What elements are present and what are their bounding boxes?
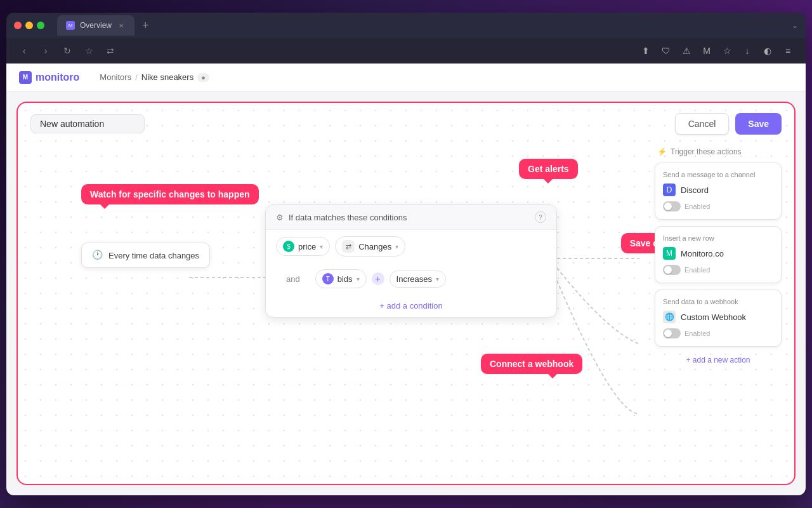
- add-action-button[interactable]: + add a new action: [655, 353, 782, 367]
- webhook-toggle-row: Enabled: [663, 328, 773, 338]
- logo: M monitoro: [19, 71, 79, 84]
- clock-icon: 🕐: [92, 250, 103, 261]
- actions-header: ⚡ Trigger these actions: [655, 147, 782, 156]
- operator-increases-label: Increases: [396, 274, 432, 284]
- filter-icon: ⚙: [276, 213, 284, 222]
- breadcrumb-home[interactable]: Monitors: [100, 72, 131, 82]
- condition-header: ⚙ If data matches these conditions ?: [266, 205, 556, 230]
- callout-alerts-text: Get alerts: [528, 164, 569, 174]
- page-content: M monitoro Monitors / Nike sneakers ● Ca…: [6, 64, 806, 495]
- field-price-pill[interactable]: $ price ▾: [276, 237, 330, 256]
- field-price-label: price: [298, 242, 316, 251]
- actions-header-label: Trigger these actions: [671, 147, 742, 156]
- condition-header-text: If data matches these conditions: [289, 213, 407, 222]
- monitoro-toggle[interactable]: [663, 265, 681, 275]
- discord-icon: D: [663, 184, 676, 196]
- bookmark-button[interactable]: ☆: [81, 43, 96, 58]
- operator-changes-pill[interactable]: ⇄ Changes ▾: [335, 236, 405, 257]
- action-card-monitoro: Insert a new row M Monitoro.co Enabled: [655, 226, 782, 283]
- action-discord-name: Discord: [681, 185, 709, 195]
- action-card-discord-item[interactable]: D Discord: [663, 184, 773, 196]
- action-card-discord-title: Send a message to a channel: [663, 171, 773, 178]
- close-window-button[interactable]: [14, 22, 22, 29]
- brave-shield-icon[interactable]: 🛡: [658, 43, 674, 58]
- operator-changes-label: Changes: [358, 242, 391, 251]
- help-icon: ?: [539, 214, 542, 221]
- callout-webhook: Connect a webhook: [481, 354, 582, 374]
- save-button[interactable]: Save: [735, 113, 782, 135]
- action-card-monitoro-title: Insert a new row: [663, 234, 773, 242]
- warning-icon[interactable]: ⚠: [679, 43, 694, 58]
- reload-button[interactable]: ↻: [60, 43, 75, 58]
- add-condition-button[interactable]: + add a condition: [266, 295, 556, 317]
- active-tab[interactable]: M Overview ✕: [57, 15, 134, 36]
- share-icon[interactable]: ⬆: [638, 43, 653, 58]
- breadcrumb: Monitors / Nike sneakers ●: [100, 72, 209, 82]
- traffic-lights: [14, 22, 44, 29]
- cancel-button[interactable]: Cancel: [675, 113, 730, 135]
- pill-chevron-4: ▾: [436, 276, 439, 283]
- pill-chevron-2: ▾: [395, 243, 398, 250]
- action-card-monitoro-item[interactable]: M Monitoro.co: [663, 247, 773, 260]
- condition-row-2: and T bids ▾ + Increases ▾: [266, 263, 556, 295]
- extension-icon-1[interactable]: M: [699, 43, 714, 58]
- forward-button[interactable]: ›: [38, 43, 53, 58]
- callout-watch: Watch for specific changes to happen: [81, 184, 259, 204]
- extension-icon-3[interactable]: ↓: [740, 43, 755, 58]
- automation-canvas: Watch for specific changes to happen 🕐 E…: [18, 141, 794, 484]
- tab-bar: M Overview ✕ + ⌄: [57, 15, 798, 36]
- add-action-label: + add a new action: [686, 356, 750, 364]
- discord-toggle-knob: [664, 203, 672, 210]
- automation-title-input[interactable]: [30, 114, 145, 133]
- breadcrumb-current[interactable]: Nike sneakers: [141, 72, 193, 82]
- condition-box: ⚙ If data matches these conditions ? $: [265, 204, 557, 318]
- panel-actions: Cancel Save: [675, 113, 782, 135]
- logo-text: monitoro: [36, 72, 79, 83]
- maximize-window-button[interactable]: [37, 22, 44, 29]
- plus-icon: +: [372, 272, 384, 285]
- action-monitoro-name: Monitoro.co: [681, 249, 724, 258]
- shuffle-icon: ⇄: [342, 240, 355, 253]
- panel-header: Cancel Save: [18, 103, 794, 145]
- condition-row-1: $ price ▾ ⇄ Changes ▾: [266, 230, 556, 263]
- operator-increases-pill[interactable]: Increases ▾: [390, 271, 446, 288]
- monitoro-toggle-label: Enabled: [684, 266, 710, 274]
- discord-toggle-row: Enabled: [663, 201, 773, 211]
- condition-header-left: ⚙ If data matches these conditions: [276, 213, 407, 222]
- monitoro-toggle-knob: [664, 266, 672, 274]
- minimize-window-button[interactable]: [25, 22, 33, 29]
- monitoro-toggle-row: Enabled: [663, 265, 773, 275]
- globe-icon: 🌐: [663, 311, 676, 323]
- logo-icon: M: [19, 71, 32, 84]
- t-icon: T: [322, 273, 334, 284]
- action-card-webhook-item[interactable]: 🌐 Custom Webhook: [663, 311, 773, 323]
- dollar-icon: $: [283, 241, 294, 252]
- pill-chevron-3: ▾: [357, 276, 360, 283]
- trigger-box[interactable]: 🕐 Every time data changes: [81, 243, 210, 268]
- webhook-toggle[interactable]: [663, 328, 681, 338]
- profile-icon[interactable]: ◐: [760, 43, 775, 58]
- tab-favicon: M: [66, 21, 75, 30]
- address-bar-extras[interactable]: ⇄: [103, 43, 118, 58]
- help-button[interactable]: ?: [535, 211, 546, 223]
- discord-toggle[interactable]: [663, 201, 681, 211]
- automation-wrapper: Cancel Save: [6, 91, 806, 495]
- automation-panel: Cancel Save: [16, 102, 796, 485]
- menu-icon[interactable]: ≡: [780, 43, 796, 58]
- callout-webhook-text: Connect a webhook: [490, 359, 573, 369]
- tab-close-button[interactable]: ✕: [117, 21, 126, 30]
- field-bids-pill[interactable]: T bids ▾: [315, 269, 367, 288]
- nav-right-icons: ⬆ 🛡 ⚠ M ☆ ↓ ◐ ≡: [638, 43, 796, 58]
- field-bids-label: bids: [337, 274, 353, 284]
- trigger-label: Every time data changes: [108, 251, 199, 260]
- extension-icon-2[interactable]: ☆: [719, 43, 735, 58]
- browser-window: M Overview ✕ + ⌄ ‹ › ↻ ☆ ⇄ ⬆ 🛡 ⚠ M ☆ ↓ ◐…: [6, 13, 806, 495]
- new-tab-button[interactable]: +: [137, 19, 154, 32]
- callout-alerts: Get alerts: [519, 159, 578, 179]
- page-header: M monitoro Monitors / Nike sneakers ●: [6, 64, 806, 91]
- action-card-webhook: Send data to a webhook 🌐 Custom Webhook …: [655, 290, 782, 347]
- breadcrumb-status-badge: ●: [197, 73, 209, 82]
- webhook-toggle-label: Enabled: [684, 330, 710, 337]
- and-label: and: [276, 274, 310, 284]
- back-button[interactable]: ‹: [16, 43, 32, 58]
